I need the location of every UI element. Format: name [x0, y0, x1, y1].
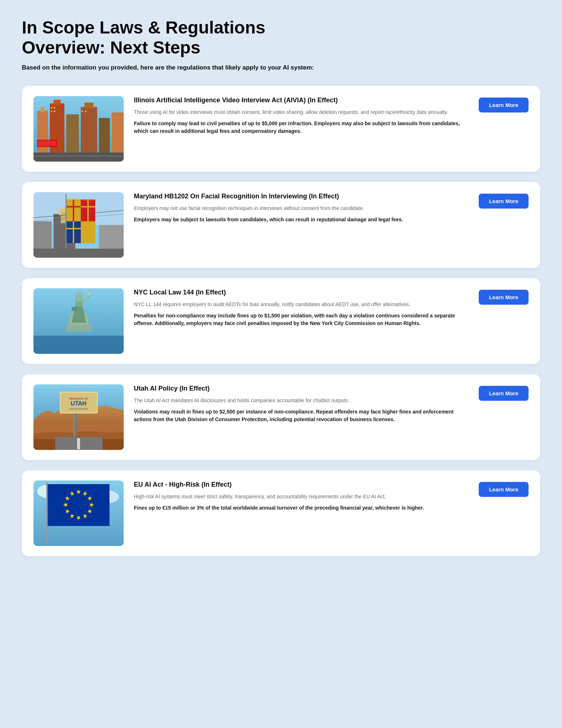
cards-container: Illinois Artificial Intelligence Video I… — [22, 86, 540, 556]
card-penalty-3: Penalties for non-compliance may include… — [134, 312, 469, 327]
card-body-4: Utah AI Policy (In Effect) The Utah AI A… — [134, 384, 469, 423]
svg-point-55 — [88, 293, 90, 296]
svg-text:Welcome to: Welcome to — [69, 397, 88, 400]
card-body-2: Maryland HB1202 On Facial Recognition In… — [134, 192, 469, 223]
svg-rect-13 — [54, 111, 55, 112]
card-title-5: EU AI Act - High-Risk (In Effect) — [134, 480, 469, 489]
svg-rect-37 — [81, 206, 95, 207]
card-penalty-4: Violations may result in fines up to $2,… — [134, 408, 469, 423]
card-action-4: Learn More — [479, 384, 529, 401]
learn-more-button-1[interactable]: Learn More — [479, 98, 529, 112]
regulation-card-5: EU AI Act - High-Risk (In Effect) High-r… — [22, 470, 540, 556]
svg-text:LIFE ELEVATED: LIFE ELEVATED — [69, 408, 88, 410]
svg-rect-12 — [51, 111, 52, 112]
svg-rect-34 — [73, 199, 74, 221]
svg-rect-7 — [84, 103, 93, 108]
card-body-3: NYC Local Law 144 (In Effect) NYC LL 144… — [134, 288, 469, 327]
svg-rect-33 — [81, 221, 95, 243]
card-action-1: Learn More — [479, 96, 529, 112]
card-image-3 — [33, 288, 124, 354]
svg-rect-56 — [72, 307, 77, 311]
learn-more-button-3[interactable]: Learn More — [479, 290, 529, 305]
page-title: In Scope Laws & Regulations Overview: Ne… — [22, 17, 540, 58]
svg-rect-43 — [33, 336, 124, 354]
svg-rect-41 — [33, 249, 124, 258]
card-title-2: Maryland HB1202 On Facial Recognition In… — [134, 192, 469, 201]
learn-more-button-2[interactable]: Learn More — [479, 194, 529, 209]
card-action-2: Learn More — [479, 192, 529, 209]
regulation-card-2: Maryland HB1202 On Facial Recognition In… — [22, 182, 540, 268]
svg-rect-19 — [33, 155, 124, 157]
svg-rect-18 — [33, 153, 124, 162]
card-description-5: High-risk AI systems must meet strict sa… — [134, 493, 469, 500]
card-body-5: EU AI Act - High-Risk (In Effect) High-r… — [134, 480, 469, 511]
card-description-2: Employers may not use facial recognition… — [134, 205, 469, 212]
card-description-3: NYC LL 144 requires employers to audit A… — [134, 301, 469, 308]
card-penalty-5: Fines up to €15 million or 3% of the tot… — [134, 504, 469, 512]
learn-more-button-5[interactable]: Learn More — [479, 482, 529, 497]
card-title-1: Illinois Artificial Intelligence Video I… — [134, 96, 469, 104]
page-subtitle: Based on the information you provided, h… — [22, 64, 540, 71]
regulation-card-3: NYC Local Law 144 (In Effect) NYC LL 144… — [22, 278, 540, 364]
card-body-1: Illinois Artificial Intelligence Video I… — [134, 96, 469, 135]
svg-rect-15 — [85, 111, 87, 112]
card-penalty-2: Employers may be subject to lawsuits fro… — [134, 216, 469, 223]
svg-rect-11 — [54, 107, 55, 108]
card-action-5: Learn More — [479, 480, 529, 497]
svg-rect-10 — [51, 107, 52, 108]
svg-point-47 — [75, 293, 83, 302]
svg-rect-4 — [53, 100, 61, 105]
card-action-3: Learn More — [479, 288, 529, 305]
card-title-3: NYC Local Law 144 (In Effect) — [134, 288, 469, 297]
svg-rect-36 — [87, 199, 89, 221]
card-penalty-1: Failure to comply may lead to civil pena… — [134, 120, 469, 135]
card-image-4: Welcome to UTAH LIFE ELEVATED — [33, 384, 124, 450]
svg-rect-72 — [46, 482, 48, 544]
svg-rect-40 — [65, 194, 67, 250]
card-description-4: The Utah AI Act mandates AI disclosures … — [134, 397, 469, 404]
regulation-card-4: Welcome to UTAH LIFE ELEVATED Utah AI Po… — [22, 374, 540, 460]
svg-rect-38 — [73, 221, 74, 243]
card-title-4: Utah AI Policy (In Effect) — [134, 384, 469, 393]
regulation-card-1: Illinois Artificial Intelligence Video I… — [22, 86, 540, 172]
svg-rect-2 — [41, 107, 44, 112]
card-description-1: Those using AI for video interviews must… — [134, 108, 469, 116]
svg-rect-39 — [66, 228, 81, 229]
svg-rect-60 — [77, 438, 80, 449]
card-image-5 — [33, 480, 124, 546]
svg-rect-35 — [66, 206, 81, 207]
svg-text:UTAH: UTAH — [71, 400, 86, 407]
learn-more-button-4[interactable]: Learn More — [479, 386, 529, 401]
card-image-2 — [33, 192, 124, 258]
card-image-1 — [33, 96, 124, 162]
svg-rect-17 — [38, 141, 56, 146]
svg-rect-14 — [81, 111, 83, 112]
